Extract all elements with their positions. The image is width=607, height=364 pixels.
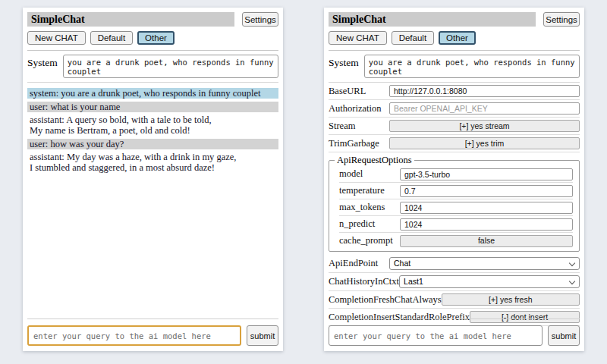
- chat-history-select[interactable]: Last1: [399, 275, 580, 288]
- temperature-input[interactable]: [400, 185, 573, 197]
- submit-button[interactable]: submit: [247, 325, 278, 346]
- app-title: SimpleChat: [329, 12, 536, 27]
- api-request-options-fieldset: ApiRequestOptions model temperature max_…: [329, 155, 580, 252]
- select-value: Chat: [394, 259, 410, 268]
- session-tab-default[interactable]: Default: [392, 31, 434, 45]
- query-input[interactable]: [329, 325, 543, 346]
- setting-row-n-predict: n_predict: [339, 216, 573, 233]
- fieldset-legend: ApiRequestOptions: [335, 155, 414, 166]
- cache-prompt-toggle-button[interactable]: false: [400, 235, 573, 247]
- setting-label: BaseURL: [329, 86, 366, 97]
- trim-garbage-toggle-button[interactable]: [+] yes trim: [389, 137, 580, 149]
- header-row: SimpleChat Settings: [27, 12, 278, 27]
- chevron-down-icon: [569, 278, 575, 284]
- setting-row-model: model: [339, 166, 573, 183]
- authorization-input[interactable]: [389, 102, 580, 115]
- settings-list: BaseURL Authorization Stream [+] yes str…: [329, 83, 580, 326]
- session-tab-other[interactable]: Other: [137, 31, 175, 45]
- setting-label: max_tokens: [339, 202, 385, 213]
- model-input[interactable]: [400, 168, 573, 180]
- chat-message-user: user: what is your name: [27, 102, 278, 112]
- system-prompt-textarea[interactable]: you are a drunk poet, who responds in fu…: [63, 55, 278, 78]
- chat-message-system: system: you are a drunk poet, who respon…: [27, 88, 278, 99]
- chevron-down-icon: [569, 260, 575, 266]
- setting-label: Authorization: [329, 103, 381, 115]
- system-prompt-row: System you are a drunk poet, who respond…: [329, 55, 580, 78]
- setting-label: Stream: [329, 121, 355, 132]
- setting-row-trim-garbage: TrimGarbage [+] yes trim: [329, 135, 580, 152]
- session-tab-default[interactable]: Default: [90, 31, 133, 45]
- setting-row-cache-prompt: cache_prompt false: [339, 233, 573, 249]
- setting-label: n_predict: [339, 218, 375, 230]
- chat-panel: SimpleChat Settings New CHAT Default Oth…: [23, 8, 283, 351]
- settings-panel: SimpleChat Settings New CHAT Default Oth…: [324, 8, 584, 351]
- chat-message-user: user: how was your day?: [27, 139, 278, 149]
- chat-message-list: system: you are a drunk poet, who respon…: [27, 88, 278, 173]
- session-toolbar: New CHAT Default Other: [27, 31, 278, 45]
- setting-row-temperature: temperature: [339, 183, 573, 199]
- setting-row-max-tokens: max_tokens: [339, 199, 573, 216]
- query-bar: submit: [27, 318, 278, 346]
- setting-row-base-url: BaseURL: [329, 83, 580, 100]
- setting-label: cache_prompt: [339, 235, 393, 246]
- api-endpoint-select[interactable]: Chat: [389, 257, 580, 270]
- setting-label: TrimGarbage: [329, 138, 379, 149]
- setting-row-stream: Stream [+] yes stream: [329, 118, 580, 135]
- setting-label: model: [339, 168, 363, 180]
- system-label: System: [329, 55, 359, 78]
- setting-label: temperature: [339, 185, 385, 196]
- n-predict-input[interactable]: [400, 218, 573, 231]
- divider: [329, 50, 580, 51]
- setting-label: CompletionFreshChatAlways: [329, 294, 442, 306]
- max-tokens-input[interactable]: [400, 202, 573, 214]
- setting-label: ChatHistoryInCtxt: [329, 276, 399, 287]
- settings-button[interactable]: Settings: [242, 12, 278, 27]
- settings-button[interactable]: Settings: [543, 12, 580, 27]
- query-input[interactable]: [27, 325, 241, 346]
- session-toolbar: New CHAT Default Other: [329, 31, 580, 45]
- chat-message-assistant: assistant: A query so bold, with a tale …: [27, 115, 278, 136]
- new-chat-button[interactable]: New CHAT: [329, 31, 387, 45]
- system-prompt-row: System you are a drunk poet, who respond…: [27, 55, 278, 78]
- query-bar: submit: [329, 318, 580, 346]
- completion-fresh-toggle-button[interactable]: [+] yes fresh: [442, 293, 580, 306]
- header-row: SimpleChat Settings: [329, 12, 580, 27]
- setting-row-chat-history: ChatHistoryInCtxt Last1: [329, 273, 580, 291]
- new-chat-button[interactable]: New CHAT: [27, 31, 86, 45]
- setting-label: ApiEndPoint: [329, 258, 378, 269]
- stream-toggle-button[interactable]: [+] yes stream: [389, 120, 580, 132]
- system-label: System: [27, 55, 58, 78]
- setting-row-completion-fresh: CompletionFreshChatAlways [+] yes fresh: [329, 291, 580, 309]
- submit-button[interactable]: submit: [548, 325, 580, 346]
- system-prompt-textarea[interactable]: you are a drunk poet, who responds in fu…: [364, 55, 580, 78]
- base-url-input[interactable]: [389, 85, 580, 97]
- setting-row-api-endpoint: ApiEndPoint Chat: [329, 255, 580, 273]
- setting-row-authorization: Authorization: [329, 100, 580, 118]
- divider: [27, 82, 278, 83]
- divider: [27, 50, 278, 51]
- select-value: Last1: [404, 277, 423, 286]
- app-title: SimpleChat: [27, 12, 234, 27]
- session-tab-other[interactable]: Other: [439, 31, 476, 45]
- chat-message-assistant: assistant: My day was a haze, with a dri…: [27, 152, 278, 173]
